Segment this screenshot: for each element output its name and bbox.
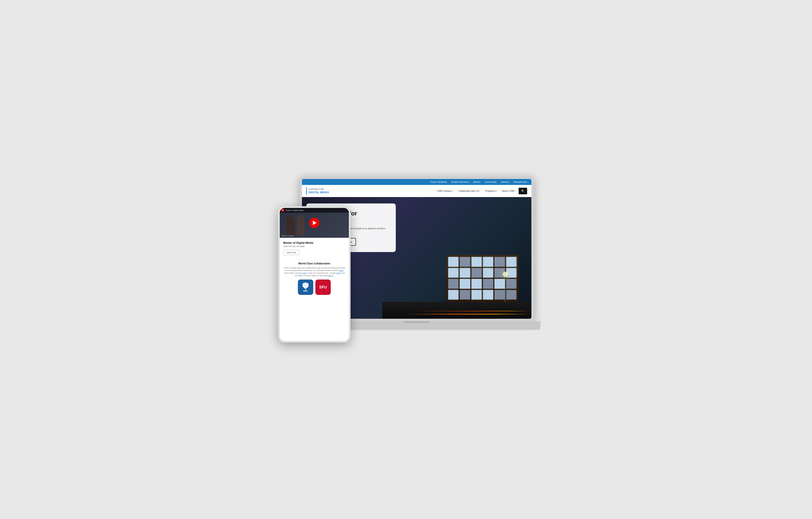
sfu-logo: SFU [315,279,331,295]
nav-programs[interactable]: Programs ▾ [483,188,499,193]
nav-news-events[interactable]: News/Events [514,181,527,183]
light-trail-2 [414,311,531,311]
nav-community[interactable]: Community [485,181,497,183]
building-window [460,257,470,267]
sfu-logo-inner: SFU [319,285,327,289]
phone-body: ▶ Centre for Digital Media Watch on YouT… [278,206,351,343]
search-button[interactable]: 🔍 [519,188,527,194]
master-section-subtitle: Learn how you can apply [283,245,345,247]
logo-line1: CENTRE FOR [309,188,329,191]
building-window [483,290,493,300]
learn-more-button[interactable]: Learn more [283,250,299,255]
building-window [483,268,493,278]
building-window [448,268,459,278]
section-divider [283,259,345,260]
ubc-link[interactable]: UBC [340,270,343,271]
building-window [471,279,482,289]
building-window [506,257,517,267]
ubc-logo: UBC [298,279,313,295]
chevron-down-icon: ▾ [515,190,516,192]
partner-logos-row: UBC SFU [283,279,345,295]
building-window [494,257,505,267]
collab-section-title: World Class Collaboration [283,262,345,265]
person-silhouette-1 [286,216,295,236]
logo-text: CENTRE FOR DIGITAL MEDIA [309,188,329,194]
sfu-text: SFU [319,285,327,289]
top-nav-bar: Future Students Student Services Alumni … [302,179,531,185]
main-header: CENTRE FOR DIGITAL MEDIA CDM Campus ▾ Co… [302,185,531,197]
nav-collaborate[interactable]: Collaborate with Us ▾ [456,188,482,193]
youtube-watch-label: Watch on YouTube [282,235,294,237]
ubc-text: UBC [303,290,308,292]
youtube-bar: ▶ Centre for Digital Media [280,208,349,213]
building-window [483,279,493,289]
youtube-thumbnail[interactable]: ▶ Centre for Digital Media Watch on YouT… [280,208,349,238]
logo-bar-decoration [306,187,307,195]
chevron-down-icon: ▾ [479,190,480,192]
ecu-link[interactable]: ECU [337,272,340,274]
nav-student-services[interactable]: Student Services [451,181,469,183]
nav-about-cdm[interactable]: About CDM ▾ [500,188,518,193]
logo-line2: DIGITAL MEDIA [309,191,329,194]
master-section-title: Master of Digital Media [283,241,345,244]
phone: ▶ Centre for Digital Media Watch on YouT… [278,206,351,343]
sfu-link[interactable]: SFU [303,272,307,274]
chevron-down-icon: ▾ [452,190,453,192]
nav-industry[interactable]: Industry [501,181,509,183]
phone-screen: ▶ Centre for Digital Media Watch on YouT… [280,208,349,341]
building-window [494,290,505,300]
road [382,302,531,319]
bcit-link[interactable]: BCIT [329,275,332,277]
lamp-post [505,276,506,302]
lamp-glow [503,272,508,277]
phone-content-area: Master of Digital Media Learn how you ca… [280,238,349,341]
building-window [460,268,470,278]
building-window [506,279,517,289]
chevron-down-icon: ▾ [496,190,497,192]
youtube-channel-name: Centre for Digital Media [286,209,303,211]
nav-alumni[interactable]: Alumni [473,181,481,183]
building-window [471,290,482,300]
ubc-logo-inner: UBC [302,282,309,292]
youtube-play-button[interactable] [309,218,319,228]
building-window [506,290,517,300]
building-window [448,257,459,267]
building-window [471,257,482,267]
logo-area: CENTRE FOR DIGITAL MEDIA [306,187,329,195]
main-nav: CDM Campus ▾ Collaborate with Us ▾ Progr… [435,188,527,194]
ubc-shield-icon [302,282,309,289]
play-triangle-icon [313,221,317,225]
building-windows [448,257,517,300]
building-window [471,268,482,278]
building-window [448,279,459,289]
scene: Future Students Student Services Alumni … [278,176,534,343]
nav-future-students[interactable]: Future Students [430,181,447,183]
building-window [448,290,459,300]
light-trail-1 [403,314,531,314]
youtube-logo: ▶ [282,209,284,212]
building-window [494,279,505,289]
person-silhouette-2 [297,214,304,236]
nav-cdm-campus[interactable]: CDM Campus ▾ [435,188,455,193]
collab-section-description: Centre for Digital Media was established… [283,267,345,277]
building-window [460,279,470,289]
building-main [446,255,519,302]
building-illustration [382,209,531,319]
building-window [460,290,470,300]
building-window [483,257,493,267]
